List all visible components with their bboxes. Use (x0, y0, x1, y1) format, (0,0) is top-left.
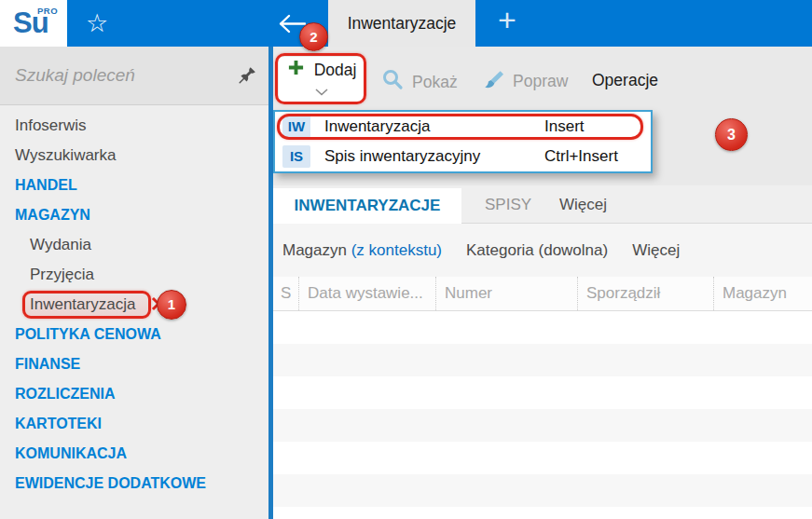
filter-magazyn[interactable]: Magazyn (z kontekstu) (282, 241, 442, 260)
annotation-step-2-badge: 2 (299, 22, 328, 51)
command-search-row (0, 47, 268, 105)
sidebar-item-rozliczenia[interactable]: ROZLICZENIA (0, 379, 268, 409)
column-header-0[interactable]: S (273, 277, 298, 310)
add-button-label: Dodaj (314, 61, 357, 80)
sidebar-item-label: EWIDENCJE DODATKOWE (0, 475, 206, 491)
annotation-step-1-badge: 1 (157, 290, 186, 320)
window-tab-inwentaryzacje[interactable]: Inwentaryzacje (328, 0, 475, 47)
edit-button[interactable]: Popraw (479, 69, 568, 94)
tab-inwentaryzacje[interactable]: INWENTARYZACJE (273, 188, 461, 224)
logo-superscript: PRO (37, 6, 58, 16)
sidebar-nav: InfoserwisWyszukiwarkaHANDELMAGAZYNWydan… (0, 105, 268, 499)
sidebar-item-label: HANDEL (0, 177, 77, 193)
edit-button-label: Popraw (513, 72, 568, 91)
window-tab-title: Inwentaryzacje (348, 14, 457, 34)
filter-value: (z kontekstu) (351, 241, 442, 259)
sidebar-item-label: KOMUNIKACJA (0, 445, 127, 461)
sidebar-item-wydania[interactable]: Wydania (0, 230, 268, 260)
app-window: Su PRO ☆ 2 Inwentaryzacje + InfoserwisWy… (0, 0, 812, 519)
filter-label: Kategoria (466, 241, 539, 259)
menu-item-shortcut: Ctrl+Insert (544, 147, 618, 166)
sidebar-item-label: Infoserwis (0, 116, 87, 134)
menu-item-label: Spis inwentaryzacyjny (324, 147, 480, 166)
sidebar-item-komunikacja[interactable]: KOMUNIKACJA (0, 439, 268, 469)
filter-wiecej[interactable]: Więcej (632, 241, 680, 260)
operations-button-label: Operacje (592, 71, 658, 90)
sidebar-item-inwentaryzacja[interactable]: Inwentaryzacja1 (0, 290, 268, 320)
filter-value: (dowolna) (539, 241, 609, 259)
sidebar-item-infoserwis[interactable]: Infoserwis (0, 111, 268, 141)
sidebar-item-label: POLITYKA CENOWA (0, 326, 161, 342)
filter-label: Więcej (632, 241, 680, 259)
sidebar-item-label: MAGAZYN (0, 207, 90, 223)
sidebar-item-label: ROZLICZENIA (0, 386, 116, 402)
filter-label: Magazyn (282, 241, 351, 259)
menu-item-inwentaryzacja[interactable]: IWInwentaryzacjaInsert (275, 112, 651, 142)
filter-kategoria[interactable]: Kategoria (dowolna) (466, 241, 608, 260)
operations-button[interactable]: Operacje (592, 71, 658, 90)
sidebar-item-label: Inwentaryzacja (0, 295, 135, 313)
menu-item-spis-inwentaryzacyjny[interactable]: ISSpis inwentaryzacyjnyCtrl+Insert (275, 142, 651, 171)
annotation-step-3-badge: 3 (715, 118, 748, 151)
table-header-row: SData wystawie...NumerSporządziłMagazyn (273, 277, 812, 311)
search-icon (382, 69, 404, 95)
sidebar-item-przyjecia[interactable]: Przyjęcia (0, 260, 268, 290)
sidebar-item-label: KARTOTEKI (0, 416, 102, 431)
favorites-star-icon[interactable]: ☆ (86, 7, 108, 39)
tab-wiecej[interactable]: Więcej (559, 185, 607, 224)
menu-item-type-badge: IS (282, 145, 310, 168)
sidebar-item-label: Wydania (0, 236, 91, 253)
sidebar-item-magazyn[interactable]: MAGAZYN (0, 200, 268, 230)
chevron-down-icon (315, 83, 328, 100)
sidebar-item-polityka-cenowa[interactable]: POLITYKA CENOWA (0, 320, 268, 349)
column-header-4[interactable]: Magazyn (713, 277, 812, 310)
list-tabs-strip: INWENTARYZACJESPISYWięcej (273, 185, 812, 224)
tab-spisy[interactable]: SPISY (485, 185, 531, 224)
show-button-label: Pokaż (412, 73, 458, 92)
app-logo[interactable]: Su PRO (0, 0, 67, 47)
table-empty-rows[interactable] (273, 311, 812, 519)
sidebar: InfoserwisWyszukiwarkaHANDELMAGAZYNWydan… (0, 47, 268, 519)
sidebar-item-finanse[interactable]: FINANSE (0, 349, 268, 379)
column-header-1[interactable]: Data wystawie... (298, 277, 435, 310)
sidebar-item-label: Wyszukiwarka (0, 146, 116, 164)
column-header-2[interactable]: Numer (435, 277, 577, 310)
add-button[interactable]: Dodaj (279, 57, 365, 102)
column-header-3[interactable]: Sporządził (577, 277, 713, 310)
dropdown-items: IWInwentaryzacjaInsertISSpis inwentaryza… (275, 112, 651, 171)
filter-row: Magazyn (z kontekstu)Kategoria (dowolna)… (273, 224, 812, 277)
plus-icon (287, 59, 305, 81)
menu-item-label: Inwentaryzacja (324, 117, 430, 136)
sidebar-item-wyszukiwarka[interactable]: Wyszukiwarka (0, 141, 268, 171)
top-header-bar: Su PRO ☆ 2 Inwentaryzacje + (0, 0, 812, 47)
pin-icon[interactable] (239, 66, 256, 88)
sidebar-item-label: Przyjęcia (0, 266, 94, 283)
search-input[interactable] (0, 47, 268, 104)
menu-item-type-badge: IW (282, 116, 310, 138)
show-button[interactable]: Pokaż (382, 69, 458, 95)
new-tab-plus-icon[interactable]: + (498, 2, 516, 38)
sidebar-item-ewidencje-dodatkowe[interactable]: EWIDENCJE DODATKOWE (0, 469, 268, 499)
brush-icon (479, 69, 504, 94)
menu-item-shortcut: Insert (544, 117, 585, 136)
add-dropdown-menu: IWInwentaryzacjaInsertISSpis inwentaryza… (273, 110, 653, 173)
sidebar-item-handel[interactable]: HANDEL (0, 171, 268, 200)
sidebar-item-label: FINANSE (0, 356, 80, 372)
sidebar-item-kartoteki[interactable]: KARTOTEKI (0, 409, 268, 439)
